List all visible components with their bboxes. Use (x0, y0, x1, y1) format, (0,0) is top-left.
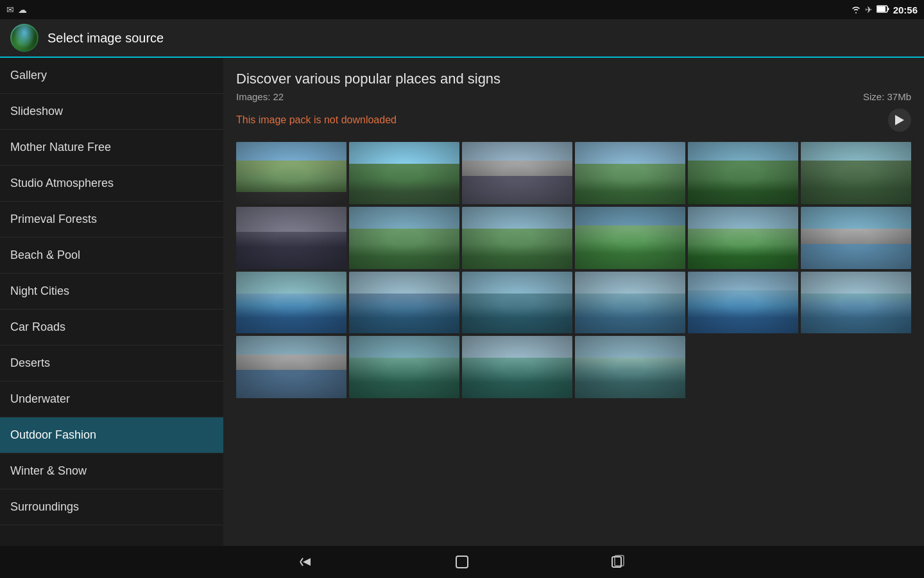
status-bar-left: ✉ ☁ (6, 4, 27, 15)
status-bar: ✉ ☁ ✈ 20:56 (0, 0, 924, 19)
svg-line-5 (300, 558, 303, 562)
grid-item-10[interactable] (575, 207, 685, 269)
play-button[interactable] (888, 109, 911, 132)
recents-button[interactable] (611, 554, 626, 570)
svg-line-6 (300, 562, 303, 566)
main-layout: Gallery Slideshow Mother Nature Free Stu… (0, 58, 924, 546)
time-display: 20:56 (893, 4, 918, 15)
grid-item-16[interactable] (575, 272, 685, 334)
sidebar-item-studio-atmospheres[interactable]: Studio Atmospheres (0, 166, 223, 202)
grid-item-22[interactable] (575, 336, 685, 398)
images-count: Images: 22 (236, 91, 284, 102)
download-notice-row: This image pack is not downloaded (236, 109, 911, 132)
home-button[interactable] (454, 554, 470, 570)
back-button[interactable] (298, 554, 313, 570)
grid-item-13[interactable] (236, 272, 346, 334)
sidebar-item-winter-snow[interactable]: Winter & Snow (0, 453, 223, 489)
grid-item-15[interactable] (462, 272, 572, 334)
grid-item-11[interactable] (688, 207, 798, 269)
grid-item-4[interactable] (575, 142, 685, 204)
svg-marker-4 (303, 558, 311, 566)
download-notice: This image pack is not downloaded (236, 114, 397, 126)
sidebar-item-mother-nature[interactable]: Mother Nature Free (0, 130, 223, 166)
airplane-icon: ✈ (865, 4, 873, 15)
content-area: Discover various popular places and sign… (223, 58, 924, 546)
grid-item-12[interactable] (801, 207, 911, 269)
grid-item-19[interactable] (236, 336, 346, 398)
sidebar-item-gallery[interactable]: Gallery (0, 58, 223, 94)
content-title: Discover various popular places and sign… (236, 71, 911, 87)
svg-rect-2 (887, 8, 889, 10)
svg-rect-7 (456, 556, 468, 568)
wifi-icon (851, 4, 861, 15)
sidebar-item-underwater[interactable]: Underwater (0, 381, 223, 417)
grid-item-9[interactable] (462, 207, 572, 269)
sidebar: Gallery Slideshow Mother Nature Free Stu… (0, 58, 223, 546)
sidebar-item-deserts[interactable]: Deserts (0, 346, 223, 381)
sidebar-item-night-cities[interactable]: Night Cities (0, 274, 223, 310)
grid-item-8[interactable] (349, 207, 459, 269)
grid-item-5[interactable] (688, 142, 798, 204)
title-bar: Select image source (0, 19, 924, 58)
grid-item-3[interactable] (462, 142, 572, 204)
bottom-nav-bar (0, 546, 924, 578)
svg-rect-1 (877, 6, 886, 12)
grid-item-14[interactable] (349, 272, 459, 334)
grid-item-7[interactable] (236, 207, 346, 269)
status-bar-right: ✈ 20:56 (851, 4, 918, 15)
content-meta-row: Images: 22 Size: 37Mb (236, 91, 911, 102)
sidebar-item-outdoor-fashion[interactable]: Outdoor Fashion (0, 417, 223, 453)
grid-item-20[interactable] (349, 336, 459, 398)
image-grid (236, 142, 911, 398)
mail-icon: ✉ (6, 4, 14, 15)
svg-marker-3 (895, 115, 904, 125)
grid-item-1[interactable] (236, 142, 346, 204)
sidebar-item-surroundings[interactable]: Surroundings (0, 489, 223, 525)
grid-item-18[interactable] (801, 272, 911, 334)
content-header: Discover various popular places and sign… (236, 71, 911, 132)
cloud-icon: ☁ (18, 4, 27, 15)
app-logo (10, 24, 38, 52)
sidebar-item-slideshow[interactable]: Slideshow (0, 94, 223, 130)
sidebar-item-car-roads[interactable]: Car Roads (0, 310, 223, 346)
sidebar-item-primeval-forests[interactable]: Primeval Forests (0, 202, 223, 238)
grid-item-17[interactable] (688, 272, 798, 334)
grid-item-6[interactable] (801, 142, 911, 204)
sidebar-item-beach-pool[interactable]: Beach & Pool (0, 238, 223, 274)
size-info: Size: 37Mb (863, 91, 911, 102)
app-title: Select image source (47, 31, 164, 46)
battery-icon (877, 4, 889, 15)
grid-item-2[interactable] (349, 142, 459, 204)
grid-item-21[interactable] (462, 336, 572, 398)
